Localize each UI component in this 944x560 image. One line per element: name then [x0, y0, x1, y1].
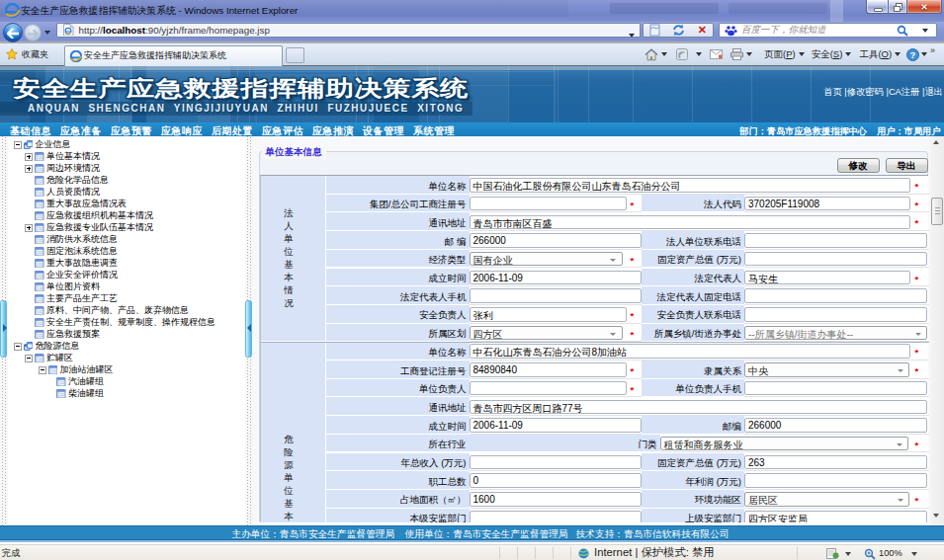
- svg-text:?: ?: [910, 48, 916, 59]
